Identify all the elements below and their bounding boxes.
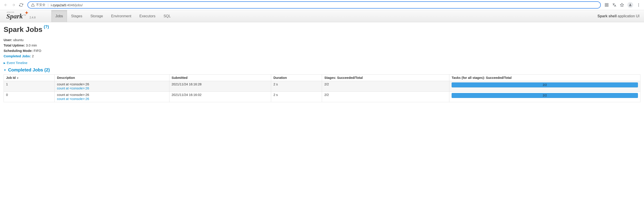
summary-user: User: ubuntu xyxy=(4,37,640,43)
desc-link[interactable]: count at <console>:26 xyxy=(57,86,167,90)
tab-storage[interactable]: Storage xyxy=(86,10,107,22)
col-header-stages[interactable]: Stages: Succeeded/Total xyxy=(322,75,449,81)
cell-submitted: 2021/11/24 16:16:28 xyxy=(169,81,271,92)
tab-stages[interactable]: Stages xyxy=(67,10,86,22)
svg-point-7 xyxy=(638,3,639,4)
brand-name: Spark xyxy=(6,12,23,20)
bookmark-star-icon[interactable] xyxy=(620,3,624,7)
url-host: i-zyqa2ai5 xyxy=(51,3,66,7)
completed-jobs-header[interactable]: ▼ Completed Jobs (2) xyxy=(4,67,640,73)
summary-list: User: ubuntu Total Uptime: 3.0 min Sched… xyxy=(4,37,640,59)
scheduling-label: Scheduling Mode: xyxy=(4,49,33,53)
warning-icon xyxy=(31,3,35,7)
progress-bar-wrap: 2/2 xyxy=(452,82,638,87)
svg-point-8 xyxy=(638,5,639,5)
col-header-tasks[interactable]: Tasks (for all stages): Succeeded/Total xyxy=(449,75,640,81)
chrome-actions xyxy=(604,2,642,8)
progress-bar-wrap: 2/2 xyxy=(452,93,638,98)
desc-text: count at <console>:26 xyxy=(57,93,89,97)
insecure-warning[interactable]: 不安全 xyxy=(31,3,46,7)
svg-point-9 xyxy=(638,6,639,6)
svg-rect-4 xyxy=(607,5,608,6)
app-suffix: application UI xyxy=(618,14,640,18)
spark-logo: APACHE Spark✦TM xyxy=(6,12,26,20)
svg-marker-6 xyxy=(620,3,624,6)
tab-sql[interactable]: SQL xyxy=(160,10,175,22)
table-header-row: Job Id▼ Description Submitted Duration S… xyxy=(4,75,640,81)
tab-environment[interactable]: Environment xyxy=(107,10,136,22)
qr-icon[interactable] xyxy=(604,3,609,7)
help-link[interactable]: (?) xyxy=(44,24,49,29)
desc-text: count at <console>:26 xyxy=(57,82,89,86)
progress-label: 2/2 xyxy=(452,82,638,87)
chevron-down-icon: ▼ xyxy=(4,68,6,72)
back-button[interactable] xyxy=(4,3,8,7)
cell-description: count at <console>:26 count at <console>… xyxy=(55,92,169,102)
uptime-value: 3.0 min xyxy=(26,43,37,47)
brand-tm: TM xyxy=(23,14,26,16)
chevron-right-icon: ▶ xyxy=(4,62,6,64)
cell-duration: 2 s xyxy=(271,92,322,102)
url-path: :4046/jobs/ xyxy=(66,3,82,7)
tab-jobs[interactable]: Jobs xyxy=(51,10,67,22)
page-title-text: Spark Jobs xyxy=(4,25,42,34)
translate-icon[interactable] xyxy=(612,3,616,7)
table-row: 0 count at <console>:26 count at <consol… xyxy=(4,92,640,102)
app-name-label: Spark shell application UI xyxy=(598,14,644,18)
col-header-jobid[interactable]: Job Id▼ xyxy=(4,75,55,81)
svg-rect-5 xyxy=(605,5,606,6)
app-name: Spark shell xyxy=(598,14,616,18)
completed-jobs-link[interactable]: Completed Jobs: xyxy=(4,54,31,58)
progress-label: 2/2 xyxy=(452,93,638,98)
completed-jobs-title: Completed Jobs (2) xyxy=(8,67,50,73)
col-header-description[interactable]: Description xyxy=(55,75,169,81)
sort-desc-icon: ▼ xyxy=(17,77,19,79)
content: Spark Jobs (?) User: ubuntu Total Uptime… xyxy=(0,22,644,105)
desc-link[interactable]: count at <console>:26 xyxy=(57,97,167,101)
col-header-duration[interactable]: Duration xyxy=(271,75,322,81)
cell-tasks: 2/2 xyxy=(449,92,640,102)
completed-jobs-table: Job Id▼ Description Submitted Duration S… xyxy=(4,74,640,102)
user-value: ubuntu xyxy=(13,38,24,42)
brand-version: 2.4.8 xyxy=(30,16,36,19)
url-text: i-zyqa2ai5:4046/jobs/ xyxy=(51,3,83,7)
tab-executors[interactable]: Executors xyxy=(136,10,160,22)
profile-avatar[interactable] xyxy=(627,2,633,8)
summary-uptime: Total Uptime: 3.0 min xyxy=(4,43,640,48)
cell-tasks: 2/2 xyxy=(449,81,640,92)
cell-stages: 2/2 xyxy=(322,81,449,92)
header-jobid-text: Job Id xyxy=(6,76,16,80)
scheduling-value: FIFO xyxy=(34,49,41,53)
summary-completed: Completed Jobs: 2 xyxy=(4,53,640,59)
page-title: Spark Jobs (?) xyxy=(4,25,640,34)
event-timeline-label: Event Timeline xyxy=(7,61,28,65)
user-label: User: xyxy=(4,38,12,42)
summary-scheduling: Scheduling Mode: FIFO xyxy=(4,48,640,53)
spark-navbar: APACHE Spark✦TM 2.4.8 Jobs Stages Storag… xyxy=(0,10,644,22)
uptime-label: Total Uptime: xyxy=(4,43,25,47)
col-header-submitted[interactable]: Submitted xyxy=(169,75,271,81)
nav-tabs: Jobs Stages Storage Environment Executor… xyxy=(51,10,175,22)
event-timeline-toggle[interactable]: ▶ Event Timeline xyxy=(4,61,640,65)
insecure-label: 不安全 xyxy=(36,3,46,7)
brand[interactable]: APACHE Spark✦TM 2.4.8 xyxy=(6,12,36,20)
completed-label: Completed Jobs: xyxy=(4,54,31,58)
address-bar[interactable]: 不安全 | i-zyqa2ai5:4046/jobs/ xyxy=(28,1,601,8)
browser-chrome: 不安全 | i-zyqa2ai5:4046/jobs/ xyxy=(0,0,644,10)
reload-button[interactable] xyxy=(19,3,24,7)
kebab-menu-icon[interactable] xyxy=(636,3,641,7)
svg-rect-3 xyxy=(607,3,608,4)
cell-submitted: 2021/11/24 16:16:02 xyxy=(169,92,271,102)
svg-rect-2 xyxy=(605,3,606,4)
browser-nav-buttons xyxy=(2,3,25,7)
forward-button[interactable] xyxy=(11,3,16,7)
cell-stages: 2/2 xyxy=(322,92,449,102)
cell-duration: 2 s xyxy=(271,81,322,92)
url-separator: | xyxy=(48,3,48,7)
table-row: 1 count at <console>:26 count at <consol… xyxy=(4,81,640,92)
cell-jobid: 1 xyxy=(4,81,55,92)
completed-value: 2 xyxy=(32,54,34,58)
brand-apache: APACHE xyxy=(7,11,14,13)
cell-description: count at <console>:26 count at <console>… xyxy=(55,81,169,92)
cell-jobid: 0 xyxy=(4,92,55,102)
